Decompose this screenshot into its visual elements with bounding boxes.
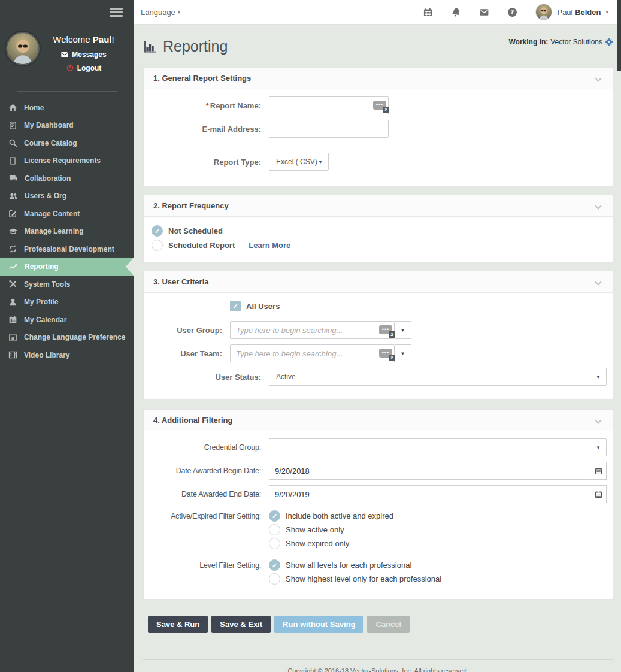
chevron-down-icon[interactable] [595,75,601,81]
email-input[interactable] [269,120,389,138]
sidebar-item-my-profile[interactable]: My Profile [0,293,134,311]
all-users-checkbox[interactable]: ✓ [230,301,241,311]
section-title: 3. User Criteria [153,277,209,286]
sidebar-item-my-calendar[interactable]: My Calendar [0,311,134,329]
messages-link[interactable]: Messages [60,50,106,59]
sync-icon [8,244,17,253]
radio-scheduled-report[interactable] [152,240,163,251]
help-icon[interactable]: ? [507,7,517,17]
date-awarded-begin-label: Date Awarded Begin Date: [144,467,269,475]
section-report-frequency: 2. Report Frequency ✓ Not Scheduled Sche… [143,195,613,262]
user-status-select[interactable]: Active ▼ [269,368,607,386]
user-icon [8,298,17,307]
sidebar-item-home[interactable]: Home [0,99,134,117]
gear-icon[interactable] [605,38,613,46]
radio-show-active-only[interactable] [269,524,280,535]
action-buttons: Save & Run Save & Exit Run without Savin… [143,608,613,633]
search-icon [8,138,17,147]
translate-badge-icon[interactable]: •••2 [373,101,386,110]
dropdown-arrow-icon: ▼ [596,374,601,380]
users-icon [8,192,18,201]
bell-icon[interactable] [451,7,461,17]
user-group-input[interactable] [230,321,395,339]
date-awarded-end-input[interactable] [269,485,590,503]
radio-label[interactable]: Scheduled Report [168,241,235,250]
sidebar-item-collaboration[interactable]: Collaboration [0,169,134,187]
sidebar-item-change-language-preference[interactable]: a Change Language Preference [0,329,134,347]
sidebar-divider [17,91,117,92]
user-menu[interactable]: Paul Belden ▾ [535,4,608,20]
avatar[interactable] [6,32,40,65]
translate-badge-icon[interactable]: •••2 [379,349,392,358]
translate-badge-icon[interactable]: •••2 [379,325,392,334]
welcome-text: Welcome Paul! [40,34,128,44]
radio-show-all-levels[interactable]: ✓ [269,559,280,571]
date-awarded-begin-input[interactable] [269,462,590,480]
scrollbar[interactable] [617,0,621,672]
graduation-cap-icon [8,227,18,236]
power-icon [66,64,74,72]
sidebar-item-my-dashboard[interactable]: My Dashboard [0,117,134,135]
sidebar-item-users-org[interactable]: Users & Org [0,187,134,205]
sidebar-item-video-library[interactable]: Video Library [0,346,134,364]
sidebar-item-system-tools[interactable]: System Tools [0,276,134,293]
svg-text:?: ? [511,9,514,16]
cancel-button[interactable]: Cancel [367,616,410,633]
username: Paul Belden [557,8,601,17]
user-group-dropdown-button[interactable]: ▼ [395,321,411,339]
sidebar-item-reporting[interactable]: Reporting [0,258,134,276]
save-and-exit-button[interactable]: Save & Exit [211,616,271,633]
chevron-down-icon[interactable] [595,202,601,209]
user-team-label: User Team: [144,349,230,358]
learn-more-link[interactable]: Learn More [249,241,290,250]
report-name-label: *Report Name: [144,101,269,110]
license-icon [8,156,17,165]
topbar: Language ▾ ? [134,0,617,25]
mail-icon[interactable] [479,7,489,17]
section-user-criteria: 3. User Criteria ✓ All Users User Group:… [143,271,613,399]
home-icon [8,103,17,112]
checkbox-label[interactable]: All Users [246,302,280,311]
calendar-picker-button[interactable] [590,485,607,503]
sidebar-item-course-catalog[interactable]: Course Catalog [0,134,134,152]
language-dropdown[interactable]: Language ▾ [141,8,180,17]
chevron-down-icon[interactable] [595,417,601,423]
report-type-select[interactable]: Excel (.CSV) ▼ [269,153,329,171]
radio-label[interactable]: Not Scheduled [168,226,223,235]
radio-not-scheduled[interactable]: ✓ [152,225,163,237]
logout-link[interactable]: Logout [66,64,102,72]
section-additional-filtering: 4. Additional Filtering Credential Group… [143,409,613,600]
calendar-icon [595,467,602,475]
dashboard-icon [8,121,17,130]
user-team-input[interactable] [230,344,395,362]
calendar-icon[interactable] [423,7,433,17]
sidebar-item-professional-development[interactable]: Professional Development [0,240,134,258]
sidebar-item-manage-content[interactable]: Manage Content [0,205,134,223]
credential-group-select[interactable]: ▼ [269,438,607,456]
app-window: Welcome Paul! Messages Logout [0,0,621,672]
radio-include-both[interactable]: ✓ [269,510,280,522]
report-name-input[interactable] [269,96,389,114]
scrollbar-thumb[interactable] [617,0,621,71]
chat-icon [8,174,18,183]
active-expired-filter-label: Active/Expired Filter Setting: [144,510,269,552]
main-area: Language ▾ ? [134,0,617,672]
menu-icon[interactable] [110,6,123,19]
calendar-icon [595,491,602,498]
save-and-run-button[interactable]: Save & Run [148,616,208,633]
calendar-icon [8,315,17,324]
radio-show-highest-level[interactable] [269,573,280,585]
email-label: E-mail Address: [144,125,269,134]
chevron-down-icon[interactable] [595,279,601,285]
sidebar-item-manage-learning[interactable]: Manage Learning [0,223,134,241]
radio-show-expired-only[interactable] [269,538,280,549]
dropdown-arrow-icon: ▼ [401,351,405,356]
working-in: Working In: Vector Solutions [509,33,614,46]
run-without-saving-button[interactable]: Run without Saving [274,616,363,633]
dropdown-arrow-icon: ▼ [401,328,405,333]
user-team-dropdown-button[interactable]: ▼ [395,344,411,362]
calendar-picker-button[interactable] [590,462,607,480]
film-icon [8,350,17,359]
sidebar-nav: Home My Dashboard Course Catalog License… [0,95,134,364]
sidebar-item-license-requirements[interactable]: License Requirements [0,152,134,170]
